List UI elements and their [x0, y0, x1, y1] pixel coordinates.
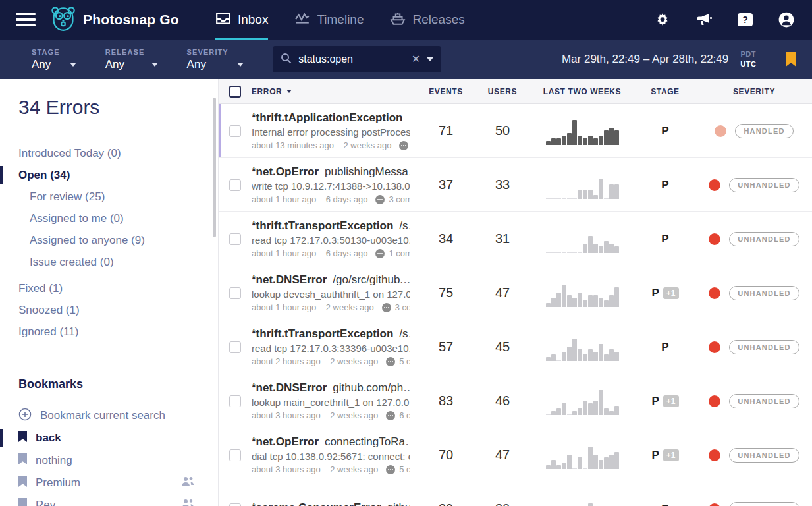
events-count: 57: [417, 339, 475, 354]
sidebar-filter-item[interactable]: Issue created (0): [18, 251, 202, 273]
stage-filter-dropdown[interactable]: STAGE Any: [32, 48, 76, 71]
timeline-icon: [294, 11, 310, 29]
row-checkbox[interactable]: [229, 341, 241, 353]
account-avatar-icon[interactable]: [778, 11, 795, 28]
help-icon[interactable]: ?: [738, 13, 753, 26]
inbox-icon: [215, 11, 231, 29]
table-row[interactable]: *thrift.tApplicationException… Internal …: [219, 104, 812, 158]
timezone-pdt[interactable]: PDT: [740, 49, 756, 59]
bookmark-item[interactable]: back: [18, 427, 202, 449]
error-meta: about 1 hour ago – 2 weeks ago 3 com…: [252, 302, 410, 312]
error-description: Internal error processing postProcess…: [252, 126, 410, 138]
date-range[interactable]: Mar 29th, 22:49 – Apr 28th, 22:49: [562, 53, 728, 66]
app-title: Photosnap Go: [83, 12, 179, 28]
column-header-last-two-weeks: LAST TWO WEEKS: [530, 87, 634, 96]
severity-dot: [709, 179, 720, 191]
stage-cell: P: [634, 341, 696, 354]
error-meta: about 1 hour ago – 6 days ago 3 com…: [252, 194, 410, 204]
error-title[interactable]: *thrift.tApplicationException…: [252, 111, 410, 125]
sparkline-chart: [546, 225, 619, 253]
column-header-users[interactable]: USERS: [475, 87, 530, 96]
nav-divider: [198, 11, 198, 29]
bookmark-icon: [18, 476, 27, 490]
tab-timeline[interactable]: Timeline: [294, 0, 364, 40]
error-title[interactable]: *thrift.tTransportException/s…: [252, 327, 410, 341]
row-checkbox[interactable]: [229, 395, 241, 407]
sidebar-filter-item[interactable]: Ignored (11): [18, 321, 202, 343]
row-checkbox[interactable]: [229, 179, 241, 191]
sparkline-chart: [546, 333, 619, 361]
severity-pill: UNHANDLED: [729, 340, 799, 354]
column-header-error[interactable]: ERROR: [252, 87, 417, 96]
bookmark-item[interactable]: Premium: [18, 472, 202, 494]
sparkline-chart: [546, 441, 619, 469]
error-title[interactable]: *net.DNSErrorgithub.com/ph…: [252, 381, 410, 395]
users-count: 46: [475, 393, 530, 408]
menu-icon[interactable]: [16, 10, 36, 30]
sidebar-scrollbar[interactable]: [213, 98, 216, 237]
comments-icon: [386, 357, 395, 366]
table-row[interactable]: *net.OpErrorpublishingMessa… write tcp 1…: [219, 158, 812, 212]
severity-pill: UNHANDLED: [729, 448, 799, 463]
bookmark-item[interactable]: Rev: [18, 494, 202, 506]
timezone-utc[interactable]: UTC: [740, 59, 756, 69]
primary-tabs: Inbox Timeline Releases: [215, 0, 465, 40]
bookmark-label: nothing: [36, 454, 72, 467]
table-row[interactable]: *thrift.tTransportException/s… read tcp …: [219, 320, 812, 374]
sidebar-filter-item[interactable]: Open (34): [18, 164, 202, 186]
tab-releases[interactable]: Releases: [390, 0, 464, 40]
error-description: dial tcp 10.138.0.92:5671: connect: c…: [252, 451, 410, 462]
row-checkbox[interactable]: [229, 449, 241, 461]
shared-users-icon: [181, 499, 194, 506]
sidebar-filter-item[interactable]: For review (25): [18, 186, 202, 208]
row-checkbox[interactable]: [229, 233, 241, 245]
error-title[interactable]: *net.DNSError/go/src/github.…: [252, 273, 410, 287]
error-title[interactable]: *net.OpErrorpublishingMessa…: [252, 165, 410, 179]
sidebar-filter-item[interactable]: Fixed (1): [18, 277, 202, 299]
bookmark-list: back nothing Premium: [18, 427, 202, 506]
clear-search-icon[interactable]: ✕: [412, 54, 420, 65]
bookmark-current-search-button[interactable]: Bookmark current search: [18, 405, 202, 427]
table-row[interactable]: *sarama.ConsumerErrorgithu… 39 30 P UNHA…: [219, 482, 812, 506]
error-title[interactable]: *thrift.tTransportException/s…: [252, 219, 410, 233]
row-checkbox[interactable]: [229, 503, 241, 506]
sidebar-filter-item[interactable]: Assigned to me (0): [18, 208, 202, 229]
comments-icon: [375, 195, 385, 204]
comments-icon: [386, 411, 395, 420]
table-header: ERROR EVENTS USERS LAST TWO WEEKS STAGE …: [219, 79, 812, 104]
sidebar-filter-item[interactable]: Introduced Today (0): [18, 142, 202, 164]
search-box: ✕: [273, 46, 441, 72]
sparkline-chart: [546, 117, 619, 145]
table-row[interactable]: *net.OpErrorconnectingToRa… dial tcp 10.…: [219, 428, 812, 482]
error-title[interactable]: *net.OpErrorconnectingToRa…: [252, 436, 410, 449]
search-dropdown-chevron-icon[interactable]: [427, 57, 433, 61]
search-input[interactable]: [298, 53, 405, 65]
release-filter-dropdown[interactable]: RELEASE Any: [105, 48, 158, 71]
severity-pill: UNHANDLED: [729, 178, 799, 192]
stage-cell: P: [634, 125, 696, 138]
brand: Photosnap Go: [50, 5, 179, 34]
bookmark-search-icon[interactable]: [786, 52, 796, 67]
select-all-checkbox[interactable]: [229, 86, 241, 98]
sidebar-filter-item[interactable]: Snoozed (1): [18, 299, 202, 321]
table-row[interactable]: *net.DNSError/go/src/github.… lookup dev…: [219, 266, 812, 320]
table-row[interactable]: *thrift.tTransportException/s… read tcp …: [219, 212, 812, 266]
tab-inbox[interactable]: Inbox: [215, 0, 268, 40]
row-checkbox[interactable]: [229, 125, 241, 137]
bookmark-item[interactable]: nothing: [18, 449, 202, 472]
sort-chevron-icon: [286, 90, 292, 93]
error-meta: about 3 hours ago – 2 weeks ago 5 co…: [252, 464, 410, 474]
severity-filter-dropdown[interactable]: SEVERITY Any: [187, 48, 244, 71]
settings-gear-icon[interactable]: [655, 12, 670, 28]
megaphone-icon[interactable]: [695, 12, 713, 28]
bookmark-icon: [18, 453, 27, 468]
error-timespan: about 1 hour ago – 6 days ago: [252, 194, 367, 204]
sidebar-filter-item[interactable]: Assigned to anyone (9): [18, 229, 202, 251]
error-title[interactable]: *sarama.ConsumerErrorgithu…: [252, 501, 410, 506]
table-row[interactable]: *net.DNSErrorgithub.com/ph… lookup main_…: [219, 374, 812, 428]
error-timespan: about 1 hour ago – 6 days ago: [252, 248, 367, 258]
row-checkbox[interactable]: [229, 287, 241, 299]
bookmark-action-label: Bookmark current search: [40, 409, 165, 422]
users-count: 47: [475, 285, 530, 300]
column-header-events[interactable]: EVENTS: [417, 87, 475, 96]
